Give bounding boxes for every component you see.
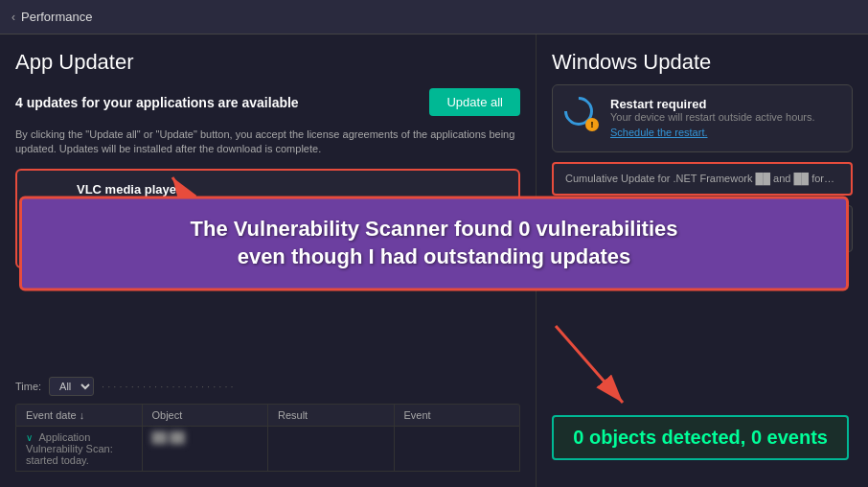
restart-required-card: ! Restart required Your device will rest… [552, 84, 853, 152]
windows-update-title: Windows Update [552, 50, 853, 75]
time-dots: · · · · · · · · · · · · · · · · · · · · … [102, 381, 520, 392]
back-chevron-icon[interactable]: ‹ [11, 11, 15, 24]
vlc-name: VLC media player [77, 182, 387, 197]
update-description: By clicking the "Update all" or "Update"… [15, 128, 520, 157]
table-header: Event date ↓ Object Result Event [15, 404, 520, 427]
row-chevron-icon[interactable]: ∨ [26, 432, 33, 443]
th-event-date[interactable]: Event date ↓ [16, 405, 143, 426]
bottom-section: Time: All · · · · · · · · · · · · · · · … [15, 377, 520, 472]
restart-icon: ! [564, 97, 599, 131]
update-item-dotnet: Cumulative Update for .NET Framework ██ … [552, 162, 853, 196]
updates-header: 4 updates for your applications are avai… [15, 88, 520, 116]
th-object[interactable]: Object [143, 405, 269, 426]
overlay-banner-text: The Vulnerability Scanner found 0 vulner… [45, 216, 823, 270]
detection-box: 0 objects detected, 0 events [552, 415, 849, 460]
th-result[interactable]: Result [268, 405, 395, 426]
updates-count: 4 updates for your applications are avai… [15, 95, 299, 110]
restart-info: Restart required Your device will restar… [610, 97, 840, 140]
detection-text: 0 objects detected, 0 events [573, 427, 828, 448]
top-bar: ‹ Performance [0, 0, 868, 35]
table-row: ∨ Application Vulnerability Scan: starte… [15, 427, 520, 472]
time-select[interactable]: All [49, 377, 94, 396]
update-all-button[interactable]: Update all [429, 88, 520, 116]
restart-link[interactable]: Schedule the restart. [610, 127, 708, 138]
restart-warning-icon: ! [585, 118, 599, 131]
time-label: Time: [15, 381, 41, 392]
restart-desc: Your device will restart outside active … [610, 111, 840, 123]
td-result [268, 427, 395, 471]
update-item-dotnet-text: Cumulative Update for .NET Framework ██ … [565, 172, 839, 186]
td-object: ██ ██ [143, 427, 269, 471]
restart-title: Restart required [610, 97, 840, 111]
top-bar-title: Performance [21, 10, 92, 24]
td-event [395, 427, 520, 471]
td-event-date: ∨ Application Vulnerability Scan: starte… [16, 427, 143, 471]
app-updater-title: App Updater [15, 50, 520, 75]
th-event[interactable]: Event [395, 405, 520, 426]
overlay-banner: The Vulnerability Scanner found 0 vulner… [19, 196, 849, 290]
time-filter: Time: All · · · · · · · · · · · · · · · … [15, 377, 520, 396]
